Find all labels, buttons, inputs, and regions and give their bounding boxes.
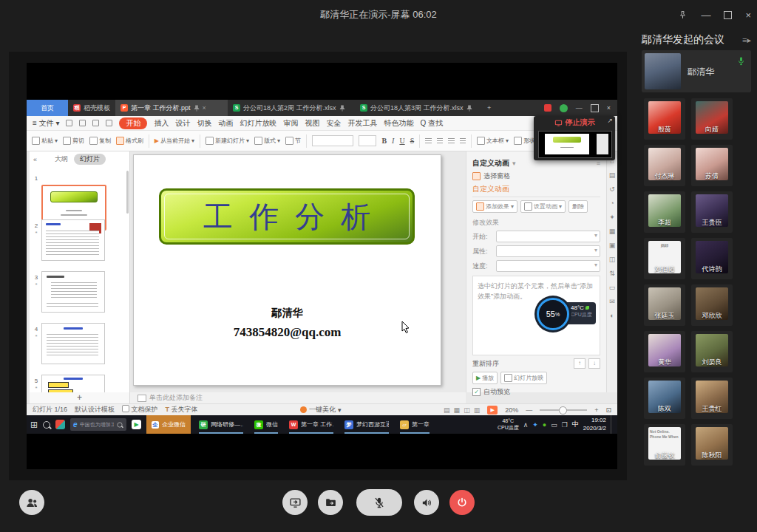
format-painter-button[interactable]: 格式刷 (116, 137, 143, 145)
taskbar-app-wps-doc[interactable]: W第一章 工作… (286, 415, 336, 434)
tray-display-icon[interactable]: ❐ (562, 421, 568, 429)
taskbar-app-game[interactable]: 梦梦幻西游互通… (342, 415, 392, 434)
align-center-icon[interactable] (437, 138, 444, 144)
font-select[interactable] (312, 135, 354, 146)
pin-icon[interactable] (678, 10, 688, 20)
font-size-select[interactable] (359, 135, 376, 146)
wps-close-icon[interactable]: × (607, 104, 611, 112)
menu-animation[interactable]: 动画 (218, 118, 233, 129)
tab-close-icon[interactable]: × (203, 104, 206, 112)
align-left-icon[interactable] (425, 138, 432, 144)
pane-strip-icon[interactable]: ◐ (610, 312, 614, 319)
tray-bluetooth-icon[interactable]: ✦ (532, 421, 538, 429)
participant-tile[interactable]: 王贵臣 (691, 191, 733, 233)
zoom-slider-knob[interactable] (559, 406, 567, 415)
new-slide-button[interactable]: 新建幻灯片▾ (206, 137, 249, 145)
microphone-button[interactable] (356, 489, 402, 516)
cut-button[interactable]: 剪切 (63, 137, 84, 145)
participant-tile[interactable]: 苏倩 (691, 145, 733, 186)
pin-tab-icon[interactable] (466, 105, 472, 112)
taskbar-wechat-work[interactable]: 企 企业微信 (146, 415, 191, 434)
add-slide-button[interactable]: + (30, 392, 130, 403)
expand-arrow-icon[interactable]: ↗ (607, 117, 613, 124)
menu-transition[interactable]: 切换 (197, 118, 211, 129)
section-button[interactable]: 节 (285, 137, 301, 145)
menu-devtools[interactable]: 开发工具 (347, 118, 377, 129)
property-select[interactable]: ▾ (496, 245, 600, 257)
slide-thumb-4[interactable] (41, 323, 105, 364)
tab-slides[interactable]: 幻灯片 (74, 154, 106, 165)
tab-docer[interactable]: 稻稻壳模板 (68, 100, 115, 116)
video-app-icon[interactable]: ▶ (132, 420, 141, 429)
strikethrough-button[interactable]: S (410, 137, 415, 145)
new-tab-button[interactable]: + (482, 100, 496, 116)
menu-start[interactable]: 开始 (119, 117, 147, 129)
participant-tile[interactable]: 邓欣欣 (691, 284, 733, 326)
collapse-list-icon[interactable]: ≡▸ (742, 35, 751, 45)
italic-button[interactable]: I (392, 137, 394, 145)
panel-collapse-button[interactable]: « (33, 156, 37, 163)
tab-outline[interactable]: 大纲 (55, 154, 68, 164)
account-avatar[interactable] (560, 104, 568, 112)
taskbar-app-training[interactable]: 研网络研修—… (196, 415, 246, 434)
participant-tile[interactable]: 向婧 (691, 98, 733, 140)
tab-doc-xlsx3[interactable]: S 分公司18人第3周 工作分析.xlsx (355, 100, 482, 116)
stop-sharing-widget[interactable]: 停止演示 ↗ (534, 116, 615, 160)
select-pane-button[interactable]: 选择窗格 (472, 171, 600, 181)
set-animation-button[interactable]: 设置动画▾ (520, 200, 566, 213)
add-effect-button[interactable]: 添加效果▾ (472, 200, 517, 213)
delete-effect-button[interactable]: 删除 (568, 200, 588, 213)
slide-thumb-3[interactable] (41, 271, 105, 313)
pane-strip-icon[interactable]: ◔ (610, 200, 614, 207)
normal-view-icon[interactable]: ▤ (444, 406, 450, 414)
participants-button[interactable] (19, 490, 44, 515)
beautify-button[interactable]: 一键美化 ▾ (300, 405, 342, 415)
zoom-level[interactable]: 20% (505, 406, 518, 414)
menu-find[interactable]: Q 查找 (420, 118, 443, 129)
tab-doc-xlsx2[interactable]: S 分公司18人第2周 工作分析.xlsx (228, 100, 355, 116)
participant-tile[interactable]: 李超 (644, 191, 685, 233)
menu-security[interactable]: 安全 (326, 118, 341, 129)
pane-strip-icon[interactable]: ▦ (609, 228, 616, 235)
show-desktop-button[interactable] (611, 415, 614, 434)
tray-ime[interactable]: 中 (572, 420, 579, 429)
participant-tile[interactable]: 刘晏良 (691, 331, 733, 372)
shape-button[interactable]: 形状 (514, 137, 535, 145)
pane-strip-icon[interactable]: ✦ (609, 214, 615, 221)
speaker-button[interactable] (414, 490, 439, 515)
print-icon[interactable] (79, 120, 86, 126)
slide-thumb-5[interactable] (41, 375, 105, 392)
host-tile[interactable]: 鄢清华 (642, 50, 751, 92)
participant-tile[interactable]: 陈秋阳 (691, 424, 733, 466)
pane-strip-icon[interactable]: ▤ (609, 171, 616, 179)
zoom-slider[interactable] (540, 409, 587, 411)
pin-tab-icon[interactable] (194, 105, 200, 112)
redo-icon[interactable] (106, 120, 112, 126)
copy-button[interactable]: 复制 (89, 137, 111, 145)
taskbar-app-icon[interactable] (55, 420, 65, 429)
tray-network-icon[interactable]: ▭ (551, 421, 557, 429)
underline-button[interactable]: U (399, 137, 404, 145)
fit-screen-icon[interactable]: ⊡ (605, 406, 611, 414)
participant-tile[interactable]: Not Online. Phone Me When俞薇钦 (644, 424, 685, 466)
slideshow-button[interactable]: 幻灯片放映 (500, 372, 547, 384)
align-right-icon[interactable] (448, 138, 455, 144)
slide-sorter-icon[interactable]: ▦ (454, 406, 461, 414)
slide-editor[interactable]: 工作分析 鄢清华 743854820@qq.com (133, 154, 441, 386)
notice-icon[interactable] (544, 104, 551, 112)
file-menu[interactable]: ≡ 文件 ▾ (33, 118, 59, 129)
speed-select[interactable]: ▾ (496, 260, 600, 272)
menu-view[interactable]: 视图 (305, 118, 319, 129)
participant-tile[interactable]: 黄华 (644, 331, 685, 372)
participant-tile[interactable]: 王贵红 (691, 378, 733, 419)
pane-strip-icon[interactable]: ⇅ (609, 270, 615, 277)
taskbar-app-wechat[interactable]: 微微信 (251, 415, 281, 434)
pane-strip-icon[interactable]: ◫ (609, 256, 616, 263)
slide-thumb-2[interactable] (41, 219, 105, 261)
participant-tile[interactable]: 代诗韵 (691, 238, 733, 279)
wps-minimize-icon[interactable]: — (576, 104, 583, 112)
maximize-icon[interactable] (724, 11, 732, 19)
start-button[interactable]: ⊞ (30, 420, 38, 430)
participant-tile[interactable]: 殷茵 (644, 98, 685, 140)
notes-view-icon[interactable]: ▥ (474, 406, 481, 414)
